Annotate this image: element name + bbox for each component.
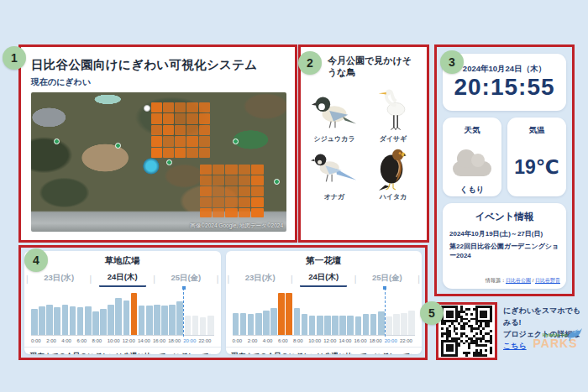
heat-cell [225, 186, 237, 196]
heat-cell [225, 197, 237, 207]
heat-cell [186, 113, 197, 123]
heat-cell [200, 186, 212, 196]
current-time-marker [385, 288, 386, 337]
project-detail-link[interactable]: こちら [503, 342, 527, 350]
map-attribution: 画像©2024 Google, 地図データ©2024 [190, 222, 283, 230]
heat-cell [213, 175, 224, 186]
heat-cell [199, 148, 210, 158]
satellite-map[interactable]: 画像©2024 Google, 地図データ©2024 [31, 92, 286, 232]
x-tick-label: 18:00 [168, 338, 183, 343]
temperature-card: 気温 19℃ [507, 118, 566, 196]
azure-winged-magpie-icon [310, 147, 359, 191]
bar-hour-2 [46, 305, 53, 335]
bar-hour-13 [332, 316, 339, 335]
weather-card: 天気 くもり [443, 118, 501, 196]
annotation-badge-3: 3 [440, 50, 464, 74]
bar-hour-13 [131, 293, 138, 335]
x-tick-label: 6:00 [76, 338, 92, 343]
bar-hour-4 [62, 305, 69, 335]
annotation-badge-1: 1 [3, 46, 26, 70]
heat-cell [151, 102, 162, 112]
event-source-prefix: 情報源： [486, 278, 506, 283]
tab-separator: | [354, 274, 357, 284]
chart-status-text: 現在までの今日のにぎわいは先週に比べて、にぎわっています。 [226, 347, 423, 354]
weather-label: 天気 [465, 125, 480, 136]
heat-cell [175, 136, 186, 146]
bar-hour-14 [139, 306, 145, 335]
event-period: 2024年10月19日(土)～27日(日) [449, 229, 559, 238]
bar-hour-9 [302, 314, 308, 335]
heat-cell [213, 186, 224, 196]
x-tick-label: 18:00 [370, 338, 385, 343]
bar-hour-4 [263, 311, 270, 335]
bar-hour-17 [363, 314, 370, 335]
heat-cell [186, 102, 197, 112]
x-tick-label: 20:00 [385, 338, 400, 343]
bird-item: シジュウカラ [307, 89, 361, 144]
heat-cell [163, 136, 174, 146]
bar-hour-11 [115, 298, 122, 335]
great-egret-icon [369, 89, 417, 133]
x-tick-label: 22:00 [400, 338, 415, 343]
heat-cell [225, 165, 237, 175]
x-labels: 0:002:004:006:008:0010:0012:0014:0016:00… [31, 338, 214, 343]
x-tick-label: 10:00 [308, 338, 323, 343]
current-time: 20:15:55 [454, 75, 554, 101]
tab-day-1[interactable]: 24日(木) [300, 271, 347, 287]
source-link-hibiya-park[interactable]: 日比谷公園 [506, 278, 531, 283]
source-link-hibiya-yaon[interactable]: 日比谷野音 [535, 278, 560, 283]
map-pin-icon[interactable] [274, 179, 280, 185]
map-pin-icon[interactable] [144, 105, 150, 112]
bar-hour-18 [169, 305, 176, 335]
x-tick-label: 6:00 [278, 338, 293, 343]
map-pin-icon[interactable] [115, 143, 121, 149]
heat-cell [151, 136, 162, 146]
qr-code[interactable] [441, 306, 492, 357]
tab-separator: | [417, 274, 420, 284]
date-tabs: |23日(水)|24日(木)|25日(金)| [24, 267, 221, 290]
heat-cell [199, 113, 210, 123]
heat-cell [175, 125, 186, 135]
heat-cell [200, 175, 212, 186]
bar-hour-20 [185, 316, 192, 335]
temperature-label: 気温 [529, 125, 545, 136]
x-tick-label: 4:00 [61, 338, 76, 343]
tab-day-1[interactable]: 24日(木) [99, 271, 146, 287]
chart-area [31, 291, 214, 337]
bar-hour-18 [370, 314, 377, 335]
parks-logo: Hylable for PARKS [529, 332, 581, 349]
current-time-marker [183, 288, 184, 337]
tab-day-0[interactable]: 23日(水) [35, 272, 82, 286]
heat-cell [213, 197, 224, 207]
bar-hour-23 [207, 316, 214, 335]
heat-cell [163, 125, 174, 135]
x-tick-label: 4:00 [263, 338, 278, 343]
bar-hour-21 [393, 314, 400, 335]
tab-day-2[interactable]: 25日(金) [364, 272, 411, 286]
bar-hour-11 [317, 316, 323, 335]
tab-day-2[interactable]: 25日(金) [162, 272, 209, 286]
x-tick-label: 8:00 [92, 338, 108, 343]
bird-item: ハイタカ [366, 147, 420, 201]
x-tick-label: 20:00 [183, 338, 198, 343]
heatmap-grid-grass-plaza [151, 102, 210, 158]
chart-area [233, 291, 416, 337]
heat-cell [199, 102, 210, 112]
heat-cell [199, 136, 210, 146]
event-name: 第22回日比谷公園ガーデニングショー2024 [449, 242, 559, 260]
heat-cell [151, 125, 162, 135]
event-source: 情報源：日比谷公園 / 日比谷野音 [486, 277, 560, 285]
heat-cell [213, 165, 224, 175]
event-title: イベント情報 [449, 211, 559, 223]
bird-grid: シジュウカラ ダイサギ [307, 89, 420, 201]
weather-condition: くもり [459, 185, 484, 196]
x-tick-label: 14:00 [138, 338, 153, 343]
map-pin-icon[interactable] [233, 139, 239, 144]
tab-day-0[interactable]: 23日(水) [237, 272, 284, 286]
date-tabs: |23日(水)|24日(木)|25日(金)| [226, 267, 423, 290]
bar-hour-3 [54, 307, 60, 335]
map-pin-icon[interactable] [166, 159, 172, 165]
chart-title: 第一花壇 [226, 255, 423, 267]
map-pin-icon[interactable] [54, 139, 60, 144]
heat-cell [175, 102, 186, 112]
